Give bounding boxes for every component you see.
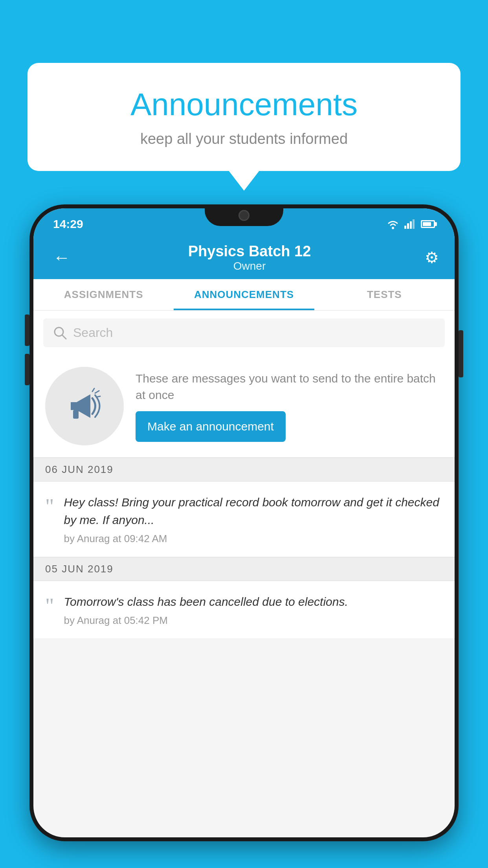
make-announcement-button[interactable]: Make an announcement <box>136 411 286 442</box>
announcement-message-2: Tomorrow's class has been cancelled due … <box>64 593 443 611</box>
tabs-bar: ASSIGNMENTS ANNOUNCEMENTS TESTS <box>33 279 455 311</box>
svg-rect-4 <box>413 219 415 229</box>
phone-container: 14:29 <box>29 204 459 868</box>
announcement-text-block-2: Tomorrow's class has been cancelled due … <box>64 593 443 627</box>
batch-title: Physics Batch 12 <box>74 243 425 260</box>
bubble-subtitle: keep all your students informed <box>55 131 433 147</box>
announcement-message-1: Hey class! Bring your practical record b… <box>64 493 443 529</box>
back-button[interactable]: ← <box>49 244 74 271</box>
date-separator-1: 06 JUN 2019 <box>33 458 455 482</box>
phone-notch <box>205 204 283 226</box>
svg-rect-3 <box>410 221 412 229</box>
quote-icon-1: " <box>45 495 54 517</box>
speech-bubble-container: Announcements keep all your students inf… <box>28 63 460 171</box>
status-icons <box>386 219 435 229</box>
phone-screen: 14:29 <box>33 208 455 837</box>
svg-line-10 <box>96 396 100 397</box>
search-input-wrap[interactable]: Search <box>43 318 445 347</box>
phone: 14:29 <box>29 204 459 841</box>
app-bar: ← Physics Batch 12 Owner ⚙ <box>33 236 455 279</box>
svg-line-8 <box>92 388 94 392</box>
volume-up-button[interactable] <box>25 314 29 346</box>
promo-right: These are messages you want to send to t… <box>136 370 443 442</box>
megaphone-icon <box>63 384 106 428</box>
batch-role: Owner <box>74 260 425 272</box>
search-bar: Search <box>33 311 455 355</box>
announcement-text-block-1: Hey class! Bring your practical record b… <box>64 493 443 545</box>
tab-assignments[interactable]: ASSIGNMENTS <box>33 279 174 310</box>
quote-icon-2: " <box>45 595 54 616</box>
svg-rect-1 <box>404 226 406 229</box>
date-separator-2: 05 JUN 2019 <box>33 557 455 581</box>
announcement-item-2[interactable]: " Tomorrow's class has been cancelled du… <box>33 581 455 639</box>
svg-rect-2 <box>407 223 409 229</box>
power-button[interactable] <box>459 330 463 377</box>
svg-line-6 <box>62 335 66 339</box>
status-time: 14:29 <box>53 217 83 231</box>
announcement-item-1[interactable]: " Hey class! Bring your practical record… <box>33 482 455 557</box>
bubble-title: Announcements <box>55 86 433 123</box>
promo-icon-circle <box>45 367 124 445</box>
svg-point-0 <box>392 227 394 229</box>
speech-bubble: Announcements keep all your students inf… <box>28 63 460 171</box>
svg-line-9 <box>95 391 99 393</box>
tab-announcements[interactable]: ANNOUNCEMENTS <box>174 279 314 310</box>
signal-icon <box>404 219 416 229</box>
announcement-meta-1: by Anurag at 09:42 AM <box>64 533 443 545</box>
app-bar-center: Physics Batch 12 Owner <box>74 243 425 272</box>
announcement-meta-2: by Anurag at 05:42 PM <box>64 614 443 627</box>
svg-rect-7 <box>73 410 79 419</box>
promo-description: These are messages you want to send to t… <box>136 370 443 403</box>
announcement-promo: These are messages you want to send to t… <box>33 355 455 458</box>
wifi-icon <box>386 219 400 229</box>
front-camera <box>238 210 250 221</box>
volume-down-button[interactable] <box>25 354 29 385</box>
search-placeholder: Search <box>73 326 113 340</box>
search-icon <box>53 326 67 340</box>
battery-icon <box>421 220 435 228</box>
settings-button[interactable]: ⚙ <box>425 248 439 267</box>
tab-tests[interactable]: TESTS <box>314 279 455 310</box>
